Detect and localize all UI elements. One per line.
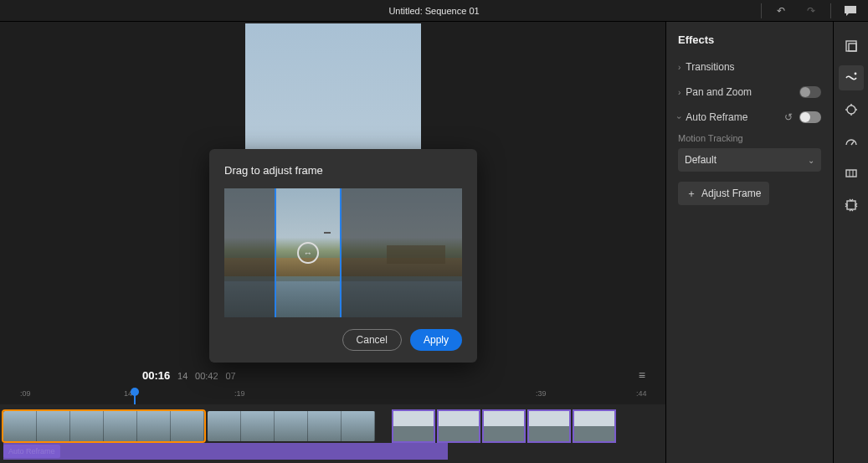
- auto-reframe-toggle[interactable]: [799, 111, 821, 123]
- cancel-button[interactable]: Cancel: [342, 329, 402, 351]
- svg-point-2: [854, 73, 856, 75]
- effect-track[interactable]: [3, 443, 448, 460]
- tool-rail: [833, 22, 868, 463]
- button-label: Apply: [424, 334, 449, 346]
- clip-thumb[interactable]: [574, 411, 614, 441]
- ruler-tick: :44: [636, 389, 647, 398]
- ruler-tick: :19: [234, 389, 245, 398]
- pan-zoom-toggle[interactable]: [799, 86, 821, 98]
- button-label: Adjust Frame: [701, 188, 761, 199]
- plus-icon: ＋: [686, 187, 696, 201]
- clip-group[interactable]: [393, 411, 614, 441]
- divider: [830, 3, 831, 18]
- speed-icon[interactable]: [839, 129, 864, 154]
- total-time: 00:42: [195, 371, 218, 381]
- ruler-tick: :09: [20, 389, 31, 398]
- accordion-transitions[interactable]: › Transitions: [666, 54, 833, 80]
- crop-selection[interactable]: ↔: [275, 188, 342, 317]
- auto-reframe-controls: Motion Tracking Default ⌄ ＋ Adjust Frame: [666, 133, 833, 205]
- clip[interactable]: [208, 411, 375, 441]
- accordion-label: Auto Reframe: [686, 111, 784, 123]
- apply-button[interactable]: Apply: [410, 329, 462, 351]
- undo-icon[interactable]: ↶: [770, 1, 792, 21]
- effects-icon[interactable]: [839, 65, 864, 90]
- dialog-actions: Cancel Apply: [224, 329, 462, 351]
- adjust-frame-dialog: Drag to adjust frame ↔ Cancel Apply: [209, 149, 477, 363]
- clip-selected[interactable]: [3, 411, 204, 441]
- divider: [761, 3, 762, 18]
- button-label: Cancel: [357, 334, 388, 346]
- current-time: 00:16: [142, 369, 170, 382]
- transform-icon[interactable]: [839, 193, 864, 218]
- title-bar-actions: ↶ ↷: [761, 0, 861, 22]
- ruler-tick: :39: [536, 389, 547, 398]
- motion-tracking-label: Motion Tracking: [678, 133, 821, 143]
- svg-rect-0: [846, 41, 856, 51]
- effects-panel: Effects › Transitions › Pan and Zoom › A…: [665, 22, 833, 463]
- reset-icon[interactable]: ↺: [784, 111, 793, 123]
- svg-point-3: [847, 105, 855, 114]
- accordion-pan-and-zoom[interactable]: › Pan and Zoom: [666, 80, 833, 105]
- current-frame: 14: [177, 371, 187, 381]
- total-frame: 07: [225, 371, 235, 381]
- clip-thumb[interactable]: [439, 411, 479, 441]
- drag-handle-icon[interactable]: ↔: [297, 242, 319, 264]
- crop-icon[interactable]: [839, 33, 864, 59]
- time-ruler[interactable]: :09 14 :19 :39 :44: [0, 388, 665, 404]
- adjust-frame-button[interactable]: ＋ Adjust Frame: [678, 182, 769, 205]
- document-title: Untitled: Sequence 01: [388, 6, 479, 16]
- chevron-right-icon: ›: [678, 63, 681, 72]
- svg-rect-1: [849, 44, 856, 51]
- svg-rect-7: [847, 201, 855, 209]
- chevron-down-icon: ›: [675, 116, 684, 118]
- accordion-auto-reframe[interactable]: › Auto Reframe ↺: [666, 105, 833, 130]
- color-icon[interactable]: [839, 161, 864, 186]
- panel-title: Effects: [666, 33, 833, 54]
- dialog-title: Drag to adjust frame: [224, 164, 462, 177]
- accordion-label: Transitions: [686, 61, 821, 73]
- chevron-down-icon: ⌄: [808, 156, 814, 165]
- timeline-options-icon[interactable]: ≡: [639, 368, 645, 382]
- accordion-label: Pan and Zoom: [686, 86, 799, 98]
- title-bar: Untitled: Sequence 01 ↶ ↷: [0, 0, 868, 22]
- select-value: Default: [685, 154, 716, 166]
- crop-mask: [224, 188, 275, 317]
- time-readout: 00:16 14 00:42 07 ≡: [0, 363, 665, 388]
- clip-thumb[interactable]: [393, 411, 434, 441]
- comment-icon[interactable]: [840, 1, 861, 21]
- chevron-right-icon: ›: [678, 88, 681, 97]
- crop-mask: [342, 188, 462, 317]
- playhead[interactable]: [131, 388, 139, 396]
- motion-tracking-select[interactable]: Default ⌄: [678, 148, 821, 172]
- frame-preview[interactable]: ↔: [224, 188, 462, 317]
- timeline-tracks[interactable]: Auto Reframe: [0, 404, 665, 463]
- svg-rect-4: [846, 170, 856, 177]
- clip-thumb[interactable]: [529, 411, 569, 441]
- redo-icon[interactable]: ↷: [800, 1, 822, 21]
- clip-thumb[interactable]: [484, 411, 524, 441]
- adjust-icon[interactable]: [839, 97, 864, 122]
